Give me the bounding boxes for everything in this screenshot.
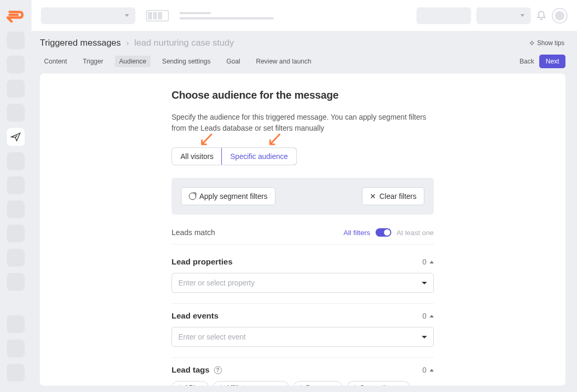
pie-icon bbox=[189, 193, 196, 200]
rail-item[interactable] bbox=[7, 315, 25, 333]
tab-goal[interactable]: Goal bbox=[222, 56, 244, 67]
leads-match-label: Leads match bbox=[172, 228, 215, 237]
segment-filter-box: Apply segment filters ✕ Clear filters bbox=[172, 178, 434, 215]
match-all-filters-label[interactable]: All filters bbox=[344, 229, 370, 237]
progress-indicator bbox=[146, 10, 169, 22]
tab-trigger[interactable]: Trigger bbox=[79, 56, 108, 67]
rail-item[interactable] bbox=[7, 56, 25, 73]
close-icon: ✕ bbox=[370, 193, 376, 200]
tab-sending-settings[interactable]: Sending settings bbox=[158, 56, 215, 67]
lead-tags-count: 0 bbox=[422, 366, 426, 374]
match-at-least-one-label[interactable]: At least one bbox=[397, 229, 434, 237]
chevron-down-icon bbox=[422, 336, 427, 338]
lead-properties-section: Lead properties 0 Enter or select proper… bbox=[172, 250, 434, 304]
rail-item[interactable] bbox=[7, 176, 25, 194]
back-button[interactable]: Back bbox=[520, 58, 535, 65]
svg-point-0 bbox=[530, 42, 533, 45]
tag-chip[interactable]: #Affiliate program✕ bbox=[213, 381, 289, 386]
lead-properties-title: Lead properties bbox=[172, 257, 232, 267]
show-tips-button[interactable]: Show tips bbox=[529, 39, 564, 47]
next-button[interactable]: Next bbox=[539, 55, 565, 68]
tag-chip[interactable]: #Competitors✕ bbox=[347, 381, 410, 386]
lead-event-select[interactable]: Enter or select event bbox=[172, 327, 434, 347]
hash-icon: # bbox=[299, 384, 303, 386]
app-logo bbox=[6, 6, 25, 25]
chevron-up-icon[interactable] bbox=[430, 261, 434, 263]
rail-item[interactable] bbox=[7, 200, 25, 218]
remove-tag-icon[interactable]: ✕ bbox=[332, 384, 337, 386]
rail-item[interactable] bbox=[7, 364, 25, 382]
hash-icon: # bbox=[177, 384, 181, 386]
breadcrumb: Triggered messages › lead nurturing case… bbox=[40, 38, 234, 48]
annotation-arrow-icon bbox=[267, 133, 283, 149]
tag-chip[interactable]: #Bounce✕ bbox=[293, 381, 343, 386]
sidebar-rail bbox=[0, 0, 31, 392]
rail-item-triggered-messages[interactable] bbox=[7, 128, 25, 146]
rail-item[interactable] bbox=[7, 80, 25, 98]
content-card: Choose audience for the message Specify … bbox=[40, 73, 565, 386]
remove-tag-icon[interactable]: ✕ bbox=[400, 384, 404, 386]
lead-property-select[interactable]: Enter or select property bbox=[172, 273, 434, 293]
lead-events-count: 0 bbox=[422, 312, 426, 320]
audience-segmented-control: All visitors Specific audience bbox=[172, 147, 297, 165]
rail-item[interactable] bbox=[7, 225, 25, 242]
lead-events-section: Lead events 0 Enter or select event bbox=[172, 304, 434, 358]
topbar-select[interactable] bbox=[476, 7, 531, 24]
page-description: Specify the audience for this triggered … bbox=[172, 112, 434, 134]
page-title: Choose audience for the message bbox=[172, 89, 434, 101]
chevron-up-icon[interactable] bbox=[430, 369, 434, 372]
breadcrumb-root[interactable]: Triggered messages bbox=[40, 38, 121, 48]
rail-item[interactable] bbox=[7, 104, 25, 122]
lead-events-title: Lead events bbox=[172, 311, 219, 321]
lead-tags-title: Lead tags ? bbox=[172, 365, 222, 375]
rail-item[interactable] bbox=[7, 340, 25, 357]
chevron-right-icon: › bbox=[126, 38, 129, 48]
help-icon[interactable]: ? bbox=[214, 366, 222, 374]
apply-segment-filters-button[interactable]: Apply segment filters bbox=[181, 187, 275, 205]
step-tabs: Content Trigger Audience Sending setting… bbox=[40, 56, 316, 67]
tag-chip[interactable]: #API✕ bbox=[172, 381, 209, 386]
rail-item[interactable] bbox=[7, 152, 25, 170]
chevron-up-icon[interactable] bbox=[430, 315, 434, 317]
remove-tag-icon[interactable]: ✕ bbox=[279, 384, 283, 386]
lead-tags-section: Lead tags ? 0 #API✕ #Affiliate program✕ bbox=[172, 358, 434, 386]
top-bar bbox=[31, 0, 577, 31]
tab-content[interactable]: Content bbox=[40, 56, 71, 67]
clear-filters-button[interactable]: ✕ Clear filters bbox=[362, 187, 424, 205]
segment-all-visitors[interactable]: All visitors bbox=[172, 148, 222, 165]
rail-item[interactable] bbox=[7, 273, 25, 291]
hash-icon: # bbox=[219, 384, 222, 386]
match-toggle[interactable] bbox=[376, 228, 391, 237]
bell-icon[interactable] bbox=[536, 10, 547, 22]
rail-item[interactable] bbox=[7, 31, 25, 49]
breadcrumb-current: lead nurturing case study bbox=[134, 38, 234, 48]
lead-properties-count: 0 bbox=[422, 258, 426, 266]
hash-icon: # bbox=[352, 384, 356, 386]
avatar[interactable] bbox=[552, 8, 568, 24]
chevron-down-icon bbox=[422, 282, 427, 284]
annotation-arrow-icon bbox=[199, 133, 215, 149]
remove-tag-icon[interactable]: ✕ bbox=[198, 384, 203, 386]
segment-specific-audience[interactable]: Specific audience bbox=[222, 148, 296, 165]
tab-review-launch[interactable]: Review and launch bbox=[252, 56, 316, 67]
workspace-select[interactable] bbox=[41, 7, 135, 24]
topbar-button[interactable] bbox=[416, 7, 471, 24]
rail-item[interactable] bbox=[7, 249, 25, 267]
tab-audience[interactable]: Audience bbox=[115, 56, 151, 67]
